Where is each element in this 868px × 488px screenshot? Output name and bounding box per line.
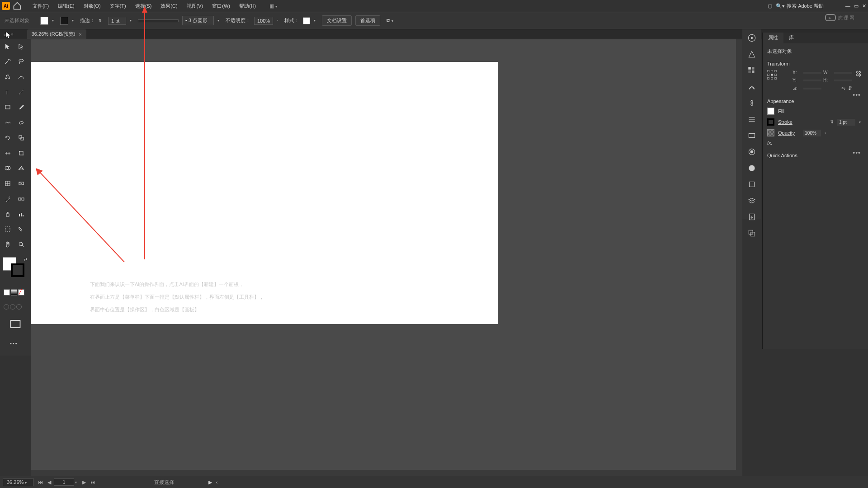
- screen-mode-icon[interactable]: [9, 318, 22, 331]
- opacity-label-panel[interactable]: Opacity: [778, 130, 795, 136]
- flip-vertical-icon[interactable]: ⇵: [848, 85, 852, 91]
- document-setup-button[interactable]: 文档设置: [322, 15, 352, 26]
- chevron-down-icon[interactable]: ▾: [130, 19, 132, 23]
- home-icon[interactable]: [13, 1, 22, 10]
- flip-horizontal-icon[interactable]: ⇋: [841, 85, 845, 91]
- last-page-icon[interactable]: ⏭: [89, 479, 97, 485]
- chevron-down-icon[interactable]: ▾: [217, 19, 219, 23]
- menu-view[interactable]: 视图(V): [182, 1, 208, 11]
- draw-inside-icon[interactable]: [16, 304, 22, 310]
- menu-object[interactable]: 对象(O): [79, 1, 105, 11]
- opacity-value-panel[interactable]: 100%: [803, 130, 821, 136]
- width-tool[interactable]: [1, 148, 14, 158]
- fill-swatch-panel[interactable]: [767, 108, 774, 115]
- first-page-icon[interactable]: ⏮: [36, 479, 45, 485]
- menu-window[interactable]: 窗口(W): [208, 1, 235, 11]
- chevron-right-icon[interactable]: ›: [825, 131, 826, 135]
- paintbrush-tool[interactable]: [14, 102, 28, 113]
- slice-tool[interactable]: [14, 224, 28, 235]
- help-search[interactable]: 🔍▾ 搜索 Adobe 帮助: [776, 3, 824, 9]
- tab-close-icon[interactable]: ×: [79, 32, 81, 37]
- chevron-down-icon[interactable]: ▾: [314, 19, 316, 23]
- fill-stroke-control[interactable]: ⇄: [3, 257, 28, 280]
- tab-library[interactable]: 库: [783, 33, 799, 43]
- y-input[interactable]: [803, 80, 821, 81]
- gradient-tool[interactable]: [14, 178, 28, 189]
- x-input[interactable]: [803, 72, 821, 74]
- stroke-color-icon[interactable]: [11, 263, 24, 277]
- perspective-grid-tool[interactable]: [14, 163, 28, 174]
- selection-tool[interactable]: [1, 41, 14, 52]
- free-transform-tool[interactable]: [14, 148, 28, 158]
- stroke-stepper[interactable]: ⇅: [830, 120, 834, 124]
- h-input[interactable]: [834, 80, 852, 81]
- brushes-panel-icon[interactable]: [747, 82, 757, 92]
- horizontal-scrollbar[interactable]: [31, 470, 736, 476]
- eraser-tool[interactable]: [14, 117, 28, 128]
- symbols-panel-icon[interactable]: [747, 98, 757, 108]
- vertical-scrollbar[interactable]: [736, 39, 742, 476]
- layers-panel-icon[interactable]: [747, 196, 757, 206]
- blend-tool[interactable]: [14, 193, 28, 204]
- fill-swatch[interactable]: [40, 17, 48, 25]
- stroke-weight-input[interactable]: 1 pt: [108, 17, 126, 25]
- preferences-button[interactable]: 首选项: [355, 15, 380, 26]
- draw-normal-icon[interactable]: [4, 304, 9, 310]
- direct-selection-tool[interactable]: [14, 41, 28, 52]
- stroke-swatch[interactable]: [60, 17, 68, 25]
- shaper-tool[interactable]: [1, 117, 14, 128]
- stepper-icon[interactable]: ⇅: [99, 19, 102, 23]
- angle-input[interactable]: [803, 88, 821, 89]
- tab-expand-icon[interactable]: « ×: [4, 32, 14, 37]
- page-input[interactable]: 1: [54, 479, 74, 486]
- scale-tool[interactable]: [14, 132, 28, 143]
- workspace[interactable]: [31, 39, 742, 476]
- eyedropper-tool[interactable]: [1, 193, 14, 204]
- close-button[interactable]: ✕: [862, 3, 866, 9]
- edit-toolbar-icon[interactable]: •••: [1, 338, 27, 354]
- chevron-right-icon[interactable]: ›: [277, 19, 278, 23]
- appearance-panel-icon[interactable]: [747, 163, 757, 173]
- align-icon[interactable]: ⧉ ▾: [387, 18, 396, 23]
- stroke-panel-icon[interactable]: [747, 114, 757, 124]
- pen-tool[interactable]: [1, 71, 14, 82]
- curvature-tool[interactable]: [14, 71, 28, 82]
- menu-edit[interactable]: 编辑(E): [53, 1, 79, 11]
- lasso-tool[interactable]: [14, 56, 28, 67]
- menu-file[interactable]: 文件(F): [28, 1, 53, 11]
- column-graph-tool[interactable]: [14, 209, 28, 219]
- arrange-docs-icon[interactable]: ▥ ▾: [265, 2, 284, 10]
- chevron-down-icon[interactable]: ▾: [75, 480, 77, 484]
- swap-fill-stroke-icon[interactable]: ⇄: [24, 257, 27, 262]
- artboards-panel-icon[interactable]: [747, 228, 757, 238]
- artboard-tool[interactable]: [1, 224, 14, 235]
- mesh-tool[interactable]: [1, 178, 14, 189]
- zoom-select[interactable]: 36.26% ▾: [3, 478, 33, 486]
- menu-effect[interactable]: 效果(C): [156, 1, 182, 11]
- chevron-down-icon[interactable]: ▾: [52, 19, 54, 23]
- chevron-down-icon[interactable]: ▾: [859, 120, 861, 124]
- status-menu-icon[interactable]: ▶ ‹: [208, 479, 218, 485]
- rotate-tool[interactable]: [1, 132, 14, 143]
- tab-properties[interactable]: 属性: [763, 33, 783, 43]
- gradient-mode-icon[interactable]: [11, 289, 17, 296]
- panel-options-icon[interactable]: •••: [853, 91, 861, 99]
- stroke-swatch-panel[interactable]: [767, 118, 774, 126]
- shape-builder-tool[interactable]: [1, 163, 14, 174]
- transparency-panel-icon[interactable]: [747, 147, 757, 157]
- none-mode-icon[interactable]: ╱: [18, 289, 24, 296]
- style-swatch[interactable]: [303, 17, 310, 24]
- draw-behind-icon[interactable]: [10, 304, 15, 310]
- chevron-down-icon[interactable]: ▾: [72, 19, 74, 23]
- menu-type[interactable]: 文字(T): [105, 1, 131, 11]
- next-page-icon[interactable]: ▶: [80, 479, 88, 485]
- rectangle-tool[interactable]: [1, 102, 14, 113]
- menu-help[interactable]: 帮助(H): [235, 1, 260, 11]
- magic-wand-tool[interactable]: [1, 56, 14, 67]
- opacity-input[interactable]: 100%: [254, 17, 273, 25]
- stroke-weight-panel[interactable]: 1 pt: [837, 119, 855, 126]
- panel-options-icon[interactable]: •••: [853, 149, 861, 156]
- fx-label[interactable]: fx.: [767, 140, 773, 145]
- line-tool[interactable]: [14, 87, 28, 97]
- document-tab[interactable]: 36.26% (RGB/预览) ×: [27, 29, 86, 39]
